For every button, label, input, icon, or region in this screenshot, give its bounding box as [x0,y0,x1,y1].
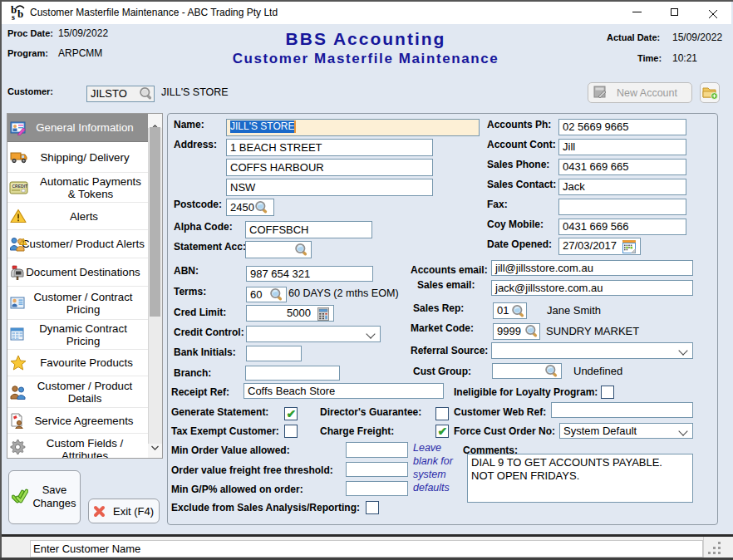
svg-text:CREDIT: CREDIT [12,184,28,189]
svg-text:s: s [12,12,15,21]
svg-text:b: b [17,7,23,20]
